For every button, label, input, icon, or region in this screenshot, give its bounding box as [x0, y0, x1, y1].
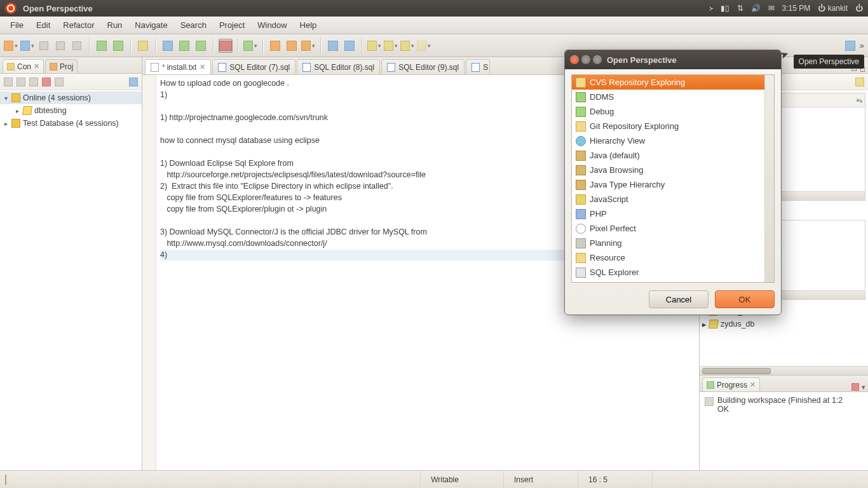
menu-icon[interactable]: ▾ — [862, 383, 865, 391]
menu-window[interactable]: Window — [251, 18, 293, 32]
menu-edit[interactable]: Edit — [30, 18, 57, 32]
perspective-item-cvs[interactable]: CVS Repository Exploring — [572, 75, 774, 90]
ubuntu-logo-icon[interactable] — [5, 3, 17, 14]
save-all-button[interactable] — [53, 39, 67, 53]
dialog-min-icon[interactable] — [581, 55, 590, 64]
scrollbar[interactable] — [700, 366, 868, 375]
lint-button[interactable] — [136, 39, 150, 53]
tree-node-testdb[interactable]: ▸Test Database (4 sessions) — [0, 117, 142, 130]
new-folder-icon[interactable] — [17, 78, 25, 86]
volume-icon[interactable]: 🔊 — [751, 4, 761, 13]
new-conn-icon[interactable] — [4, 78, 13, 86]
dialog-title-text: Open Perspective — [607, 55, 677, 65]
perspective-item-planning[interactable]: Planning — [572, 236, 774, 250]
tab-project[interactable]: Proj — [45, 59, 78, 73]
filter-icon[interactable] — [129, 78, 138, 86]
dialog-titlebar[interactable]: Open Perspective — [565, 50, 781, 69]
open-perspective-button[interactable] — [843, 39, 857, 53]
forward-button[interactable] — [417, 39, 431, 53]
connections-toolbar — [0, 74, 142, 90]
nav-button[interactable] — [384, 39, 398, 53]
last-edit-button[interactable] — [367, 39, 381, 53]
open-perspective-dialog: Open Perspective CVS Repository Explorin… — [564, 50, 782, 315]
tooltip: Open Perspective — [794, 55, 864, 69]
ok-button[interactable]: OK — [715, 290, 775, 308]
perspective-item-ddms[interactable]: DDMS — [572, 90, 774, 104]
menu-help[interactable]: Help — [294, 18, 323, 32]
new-java-button[interactable] — [161, 39, 175, 53]
close-icon[interactable]: ✕ — [750, 381, 756, 389]
connections-view: Con✕ Proj ▾Online (4 sessions) ▸dbtestin… — [0, 57, 142, 470]
goto-icon[interactable] — [855, 78, 864, 86]
new-android-button[interactable] — [194, 39, 208, 53]
menu-file[interactable]: File — [4, 18, 30, 32]
status-writable: Writable — [420, 471, 503, 488]
editor-tab-install[interactable]: *install.txt✕ — [145, 59, 211, 74]
search-button[interactable] — [326, 39, 340, 53]
dialog-close-icon[interactable] — [570, 55, 579, 64]
perspective-item-hierarchy[interactable]: Hierarchy View — [572, 133, 774, 148]
user-menu[interactable]: ⏻ kankit — [818, 4, 848, 13]
editor-gutter — [142, 75, 156, 470]
print-button[interactable] — [70, 39, 84, 53]
delete-icon[interactable] — [42, 78, 51, 86]
new-button[interactable] — [4, 39, 18, 53]
remove-all-icon[interactable] — [851, 383, 859, 391]
back-button[interactable] — [400, 39, 414, 53]
tab-progress[interactable]: Progress✕ — [702, 377, 760, 391]
edit-icon[interactable] — [29, 78, 38, 86]
avd-manager-button[interactable] — [111, 39, 125, 53]
perspective-item-pixelperfect[interactable]: Pixel Perfect — [572, 221, 774, 236]
perspective-switcher-icon[interactable] — [5, 475, 6, 484]
perspective-item-javatypehier[interactable]: Java Type Hierarchy — [572, 177, 774, 192]
new-wizard-button[interactable] — [20, 39, 34, 53]
bluetooth-icon[interactable]: ᚛ — [709, 4, 713, 13]
perspective-item-resource[interactable]: Resource — [572, 250, 774, 265]
save-button[interactable] — [37, 39, 51, 53]
refresh-icon[interactable] — [55, 78, 64, 86]
clock[interactable]: 3:15 PM — [782, 4, 811, 13]
android-sdk-button[interactable] — [95, 39, 109, 53]
new-package-button[interactable] — [301, 39, 315, 53]
perspective-item-javascript[interactable]: JavaScript — [572, 192, 774, 207]
perspective-item-debug[interactable]: Debug — [572, 104, 774, 119]
tab-connections[interactable]: Con✕ — [3, 59, 44, 73]
open-task-button[interactable] — [285, 39, 299, 53]
progress-view: Progress✕ ▾ Building workspace (Finished… — [700, 375, 868, 470]
close-icon[interactable]: ✕ — [34, 62, 39, 71]
network-icon[interactable]: ⇅ — [737, 4, 743, 13]
editor-tab-more[interactable]: S — [466, 59, 490, 74]
annotations-button[interactable] — [342, 39, 356, 53]
editor-tab-sql8[interactable]: SQL Editor (8).sql — [297, 59, 380, 74]
perspective-item-java[interactable]: Java (default) — [572, 148, 774, 163]
perspective-list[interactable]: CVS Repository Exploring DDMS Debug Git … — [571, 74, 775, 283]
open-type-button[interactable] — [268, 39, 282, 53]
app-title: Open Perspective — [23, 4, 93, 13]
menu-run[interactable]: Run — [101, 18, 129, 32]
perspective-item-sqlexplorer[interactable]: SQL Explorer — [572, 265, 774, 280]
menu-refactor[interactable]: Refactor — [57, 18, 100, 32]
debug-button[interactable] — [243, 39, 257, 53]
power-icon[interactable]: ⏻ — [855, 4, 863, 13]
editor-tab-sql9[interactable]: SQL Editor (9).sql — [381, 59, 465, 74]
menu-navigate[interactable]: Navigate — [128, 18, 173, 32]
battery-icon[interactable]: ▮▯ — [721, 4, 729, 13]
main-menubar: File Edit Refactor Run Navigate Search P… — [0, 17, 868, 34]
perspective-item-javabrowsing[interactable]: Java Browsing — [572, 163, 774, 177]
menu-search[interactable]: Search — [174, 18, 213, 32]
tree-node-online[interactable]: ▾Online (4 sessions) — [0, 92, 142, 104]
editor-tab-sql7[interactable]: SQL Editor (7).sql — [212, 59, 295, 74]
status-cursor: 16 : 5 — [578, 471, 652, 488]
system-menubar: Open Perspective ᚛ ▮▯ ⇅ 🔊 ✉ 3:15 PM ⏻ ka… — [0, 0, 868, 17]
perspective-item-php[interactable]: PHP — [572, 207, 774, 221]
mail-icon[interactable]: ✉ — [768, 4, 775, 13]
dialog-max-icon[interactable] — [593, 55, 602, 64]
perspective-item-git[interactable]: Git Repository Exploring — [572, 119, 774, 133]
db-tree-item[interactable]: ▸zydus_db — [702, 318, 865, 330]
junit-button[interactable] — [177, 39, 191, 53]
close-icon[interactable]: ✕ — [200, 63, 205, 71]
cancel-button[interactable]: Cancel — [649, 290, 709, 308]
tree-node-dbtesting[interactable]: ▸dbtesting — [0, 104, 142, 117]
menu-project[interactable]: Project — [213, 18, 251, 32]
device-button[interactable] — [219, 39, 233, 53]
